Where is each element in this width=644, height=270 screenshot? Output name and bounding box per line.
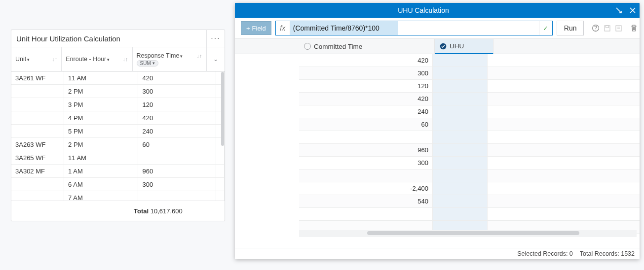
- caret-down-icon: ▾: [180, 54, 183, 59]
- cell-committed: [299, 208, 433, 220]
- table-row[interactable]: 2 PM300: [11, 85, 225, 98]
- vertical-scrollbar[interactable]: [221, 72, 224, 146]
- column-response[interactable]: Response Time▾ ↓↑ SUM▾: [133, 47, 207, 71]
- table-row[interactable]: 7 AM: [11, 191, 225, 201]
- chevron-down-icon: ⌄: [213, 56, 218, 63]
- cell-enroute: 2 PM: [64, 138, 138, 151]
- formula-bar: fx ✓: [275, 21, 553, 35]
- table-row[interactable]: 6 AM300: [11, 178, 225, 191]
- cell-response: 240: [138, 125, 216, 137]
- total-label: Total: [134, 207, 149, 215]
- column-uhu[interactable]: UHU: [435, 39, 493, 54]
- cell-enroute: 2 PM: [64, 85, 138, 98]
- cell-enroute: 11 AM: [64, 151, 138, 164]
- table-row[interactable]: 420: [299, 93, 640, 105]
- cell-uhu: [433, 67, 488, 79]
- radio-unselected-icon[interactable]: [304, 43, 311, 50]
- cell-committed: 60: [299, 118, 433, 131]
- table-row[interactable]: 420: [299, 54, 640, 67]
- cell-uhu: [433, 105, 488, 118]
- expand-columns[interactable]: ⌄: [207, 47, 225, 71]
- column-enroute[interactable]: Enroute - Hour▾ ↓↑: [62, 47, 132, 71]
- cell-enroute: 7 AM: [64, 191, 138, 201]
- cell-uhu: [433, 131, 488, 143]
- caret-down-icon: ▾: [27, 57, 30, 62]
- table-row[interactable]: 3A261 WF11 AM420: [11, 71, 225, 85]
- validate-icon[interactable]: ✓: [539, 21, 552, 35]
- left-panel: Unit Hour Utilization Calculation ··· Un…: [11, 30, 225, 221]
- cell-enroute: 3 PM: [64, 98, 138, 111]
- run-button[interactable]: Run: [557, 21, 584, 35]
- cell-unit: [11, 111, 64, 124]
- table-row[interactable]: 60: [299, 118, 640, 131]
- cell-unit: 3A265 WF: [11, 151, 64, 164]
- cell-committed: 960: [299, 144, 433, 156]
- scrollbar-thumb[interactable]: [367, 231, 579, 235]
- cell-response: 120: [138, 98, 216, 111]
- caret-down-icon: ▾: [152, 61, 155, 66]
- dialog-content: Committed Time UHU 420300120420240609603…: [235, 39, 640, 248]
- total-records-count: 1532: [621, 250, 635, 257]
- cell-uhu: [433, 118, 488, 131]
- row-gutter: [235, 39, 300, 228]
- add-field-button[interactable]: +Field: [241, 21, 271, 35]
- table-row[interactable]: [299, 208, 640, 221]
- table-row[interactable]: 3A302 MF1 AM960: [11, 165, 225, 178]
- column-unit[interactable]: Unit▾ ↓↑: [11, 47, 62, 71]
- delete-icon[interactable]: [630, 23, 638, 34]
- close-icon[interactable]: [626, 3, 640, 18]
- table-row[interactable]: 5 PM240: [11, 125, 225, 138]
- table-row[interactable]: 4 PM420: [11, 111, 225, 125]
- dialog-header[interactable]: UHU Calculation: [235, 3, 640, 18]
- cell-committed: [299, 169, 433, 182]
- cell-enroute: 4 PM: [64, 111, 138, 124]
- sort-icon[interactable]: ↓↑: [123, 56, 128, 62]
- table-row[interactable]: 960: [299, 144, 640, 157]
- caret-down-icon: ▾: [107, 57, 110, 62]
- cell-committed: 240: [299, 105, 433, 118]
- dialog-status-bar: Selected Records: 0 Total Records: 1532: [235, 248, 640, 259]
- svg-rect-2: [605, 26, 610, 31]
- aggregate-badge[interactable]: SUM▾: [137, 60, 158, 67]
- table-row[interactable]: 240: [299, 105, 640, 118]
- table-row[interactable]: 300: [299, 67, 640, 80]
- cell-response: 420: [138, 111, 216, 124]
- cell-unit: [11, 98, 64, 111]
- table-row[interactable]: 3A265 WF11 AM: [11, 151, 225, 165]
- horizontal-scrollbar[interactable]: [299, 230, 637, 237]
- table-row[interactable]: 540: [299, 195, 640, 208]
- help-icon[interactable]: [592, 23, 600, 34]
- cell-response: [138, 191, 216, 201]
- cell-uhu: [433, 93, 488, 105]
- cell-uhu: [433, 182, 488, 195]
- cell-unit: [11, 125, 64, 137]
- sort-icon[interactable]: ↓↑: [52, 56, 57, 62]
- dialog-toolbar: +Field fx ✓ Run: [235, 18, 640, 39]
- left-table-body: 3A261 WF11 AM4202 PM3003 PM1204 PM4205 P…: [11, 71, 225, 201]
- more-options-button[interactable]: ···: [206, 30, 225, 47]
- cell-unit: [11, 85, 64, 98]
- column-response-label: Response Time: [137, 52, 180, 59]
- table-row[interactable]: [299, 169, 640, 182]
- cell-enroute: 11 AM: [64, 71, 138, 84]
- table-row[interactable]: 3 PM120: [11, 98, 225, 111]
- plus-icon: +: [246, 25, 250, 32]
- table-row[interactable]: 300: [299, 157, 640, 169]
- cell-committed: 540: [299, 195, 433, 207]
- cell-unit: [11, 178, 64, 191]
- fx-label: fx: [276, 21, 290, 35]
- sort-icon[interactable]: ↓↑: [197, 53, 202, 59]
- table-row[interactable]: 120: [299, 80, 640, 93]
- cell-committed: 300: [299, 157, 433, 169]
- formula-input[interactable]: [290, 21, 539, 35]
- table-row[interactable]: [299, 131, 640, 144]
- table-row[interactable]: 3A263 WF2 PM60: [11, 138, 225, 151]
- column-committed-time[interactable]: Committed Time: [299, 39, 435, 54]
- table-row[interactable]: -2,400: [299, 182, 640, 195]
- left-columns-header: Unit▾ ↓↑ Enroute - Hour▾ ↓↑ Response Tim…: [11, 47, 225, 71]
- column-enroute-label: Enroute - Hour: [66, 56, 106, 63]
- minimize-icon[interactable]: [612, 3, 626, 18]
- column-unit-label: Unit: [15, 56, 26, 63]
- cell-response: 960: [138, 165, 216, 177]
- calc-table: Committed Time UHU 420300120420240609603…: [299, 39, 640, 228]
